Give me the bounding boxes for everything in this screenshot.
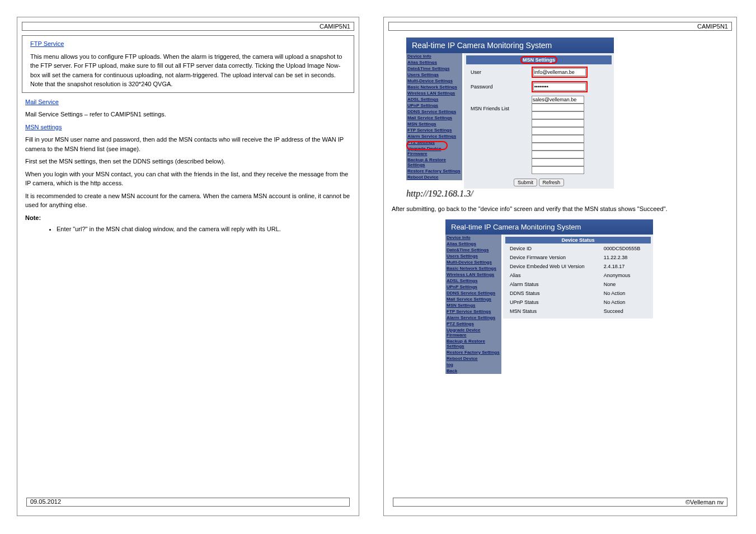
submit-button[interactable]: Submit <box>514 179 537 186</box>
friends-label: MSN Friends List <box>467 95 527 175</box>
note-heading: Note: <box>25 213 351 223</box>
page-footer-left: 09.05.2012 <box>26 498 350 507</box>
status-value: 2.4.18.17 <box>600 263 650 270</box>
sidebar-item[interactable]: Date&Time Settings <box>406 65 462 72</box>
status-label: Alias <box>506 271 599 279</box>
msn-panel: MSN Settings User Password MSN Friends L… <box>464 53 614 189</box>
status-label: UPnP Status <box>506 298 599 306</box>
page-footer-right: ©Velleman nv <box>393 498 727 507</box>
note-bullet: Enter "url?" in the MSN chat dialog wind… <box>57 226 342 232</box>
friend-input-7[interactable] <box>532 143 584 151</box>
msn-text2: First set the MSN settings, then set the… <box>25 157 351 166</box>
sidebar-item[interactable]: Multi-Device Settings <box>445 259 501 265</box>
sidebar-item[interactable]: Alias Settings <box>445 241 501 247</box>
status-value: Succeed <box>600 307 650 315</box>
status-panel: Device Status Device ID000DC5D0555BDevic… <box>503 235 653 318</box>
banner-title: Real-time IP Camera Monitoring System <box>406 38 614 53</box>
sidebar-item[interactable]: Users Settings <box>406 72 462 78</box>
product-code-r: CAMIP5N1 <box>694 22 731 30</box>
sidebar-item[interactable]: Reboot Device <box>445 355 501 362</box>
mail-text: Mail Service Settings – refer to CAMIP5N… <box>25 110 351 119</box>
page-header-right: CAMIP5N1 <box>388 22 732 31</box>
footer-copyright: ©Velleman nv <box>682 498 727 506</box>
sidebar-item[interactable]: Date&Time Settings <box>445 247 501 253</box>
msn-heading: MSN settings <box>25 124 62 130</box>
sidebar-item[interactable]: ADSL Settings <box>406 96 462 102</box>
sidebar-item[interactable]: DDNS Service Settings <box>445 290 501 296</box>
sidebar-item[interactable]: Users Settings <box>445 253 501 259</box>
sidebar-item[interactable]: FTP Service Settings <box>445 308 501 315</box>
sidebar-item[interactable]: PTZ Settings <box>445 321 501 327</box>
msn-text1: Fill in your MSN user name and password,… <box>25 135 351 153</box>
sidebar-item[interactable]: Basic Network Settings <box>445 265 501 271</box>
sidebar-item[interactable]: Device Info <box>406 53 462 59</box>
friend-input-5[interactable] <box>532 127 584 135</box>
sidebar-item[interactable]: Restore Factory Settings <box>406 168 462 174</box>
banner-title-2: Real-time IP Camera Monitoring System <box>445 219 653 235</box>
pass-input[interactable] <box>533 83 586 91</box>
sidebar-item[interactable]: Restore Factory Settings <box>445 349 501 355</box>
product-code: CAMIP5N1 <box>316 22 354 30</box>
ftp-heading: FTP Service <box>30 40 64 47</box>
sidebar-item[interactable]: ADSL Settings <box>445 278 501 284</box>
sidebar-item[interactable]: Basic Network Settings <box>406 84 462 90</box>
status-label: MSN Status <box>506 307 599 315</box>
status-value: No Action <box>600 298 650 306</box>
sidebar-item[interactable]: Mail Service Settings <box>445 296 501 302</box>
sidebar-item[interactable]: Backup & Restore Settings <box>406 157 462 168</box>
status-value: No Action <box>600 289 650 297</box>
left-content: FTP Service This menu allows you to conf… <box>22 35 354 93</box>
friend-input-6[interactable] <box>532 135 584 143</box>
sidebar-item[interactable]: Multi-Device Settings <box>406 78 462 84</box>
user-input[interactable] <box>533 68 586 76</box>
pass-label: Password <box>467 80 527 93</box>
sidebar-item[interactable]: Wireless LAN Settings <box>406 90 462 96</box>
sidebar-item[interactable]: Mail Service Settings <box>406 115 462 121</box>
friend-input-10[interactable] <box>532 166 584 174</box>
user-label: User <box>467 65 527 79</box>
sidebar-item[interactable]: Back <box>445 368 501 374</box>
url-overlay: http://192.168.1.3/ <box>406 189 614 199</box>
page-header-left: CAMIP5N1 <box>22 22 354 31</box>
sidebar-item[interactable]: Backup & Restore Settings <box>445 338 501 349</box>
sidebar-item[interactable]: Upgrade Device Firmware <box>445 327 501 338</box>
status-label: Device Firmware Version <box>506 254 599 261</box>
status-label: Device ID <box>506 245 599 252</box>
sidebar-item[interactable]: UPnP Settings <box>406 102 462 109</box>
sidebar-item[interactable]: Alias Settings <box>406 59 462 65</box>
sidebar-item[interactable]: UPnP Settings <box>445 284 501 290</box>
status-value: 11.22.2.38 <box>600 254 650 261</box>
mail-heading: Mail Service <box>25 99 59 105</box>
ftp-text: This menu allows you to configure FTP up… <box>30 52 346 89</box>
status-value: None <box>600 280 650 288</box>
sidebar-item[interactable]: Wireless LAN Settings <box>445 271 501 278</box>
screenshot-device-status: Real-time IP Camera Monitoring System De… <box>445 219 653 374</box>
panel-title-msn: MSN Settings <box>520 56 557 64</box>
sidebar-item[interactable]: Alarm Service Settings <box>445 315 501 321</box>
sidebar-item[interactable]: DDNS Service Settings <box>406 109 462 115</box>
sidebar-item[interactable]: log <box>445 362 501 368</box>
sidebar-item[interactable]: FTP Service Settings <box>406 127 462 133</box>
friend-input-4[interactable] <box>532 119 584 127</box>
friend-input-9[interactable] <box>532 158 584 166</box>
friend-input-8[interactable] <box>532 151 584 158</box>
sidebar-item[interactable]: MSN Settings <box>445 302 501 308</box>
sidebar-item[interactable]: MSN Settings <box>406 121 462 127</box>
status-label: Device Embeded Web UI Version <box>506 263 599 270</box>
sidebar-item[interactable]: Reboot Device <box>406 174 462 180</box>
screenshot-msn-settings: Real-time IP Camera Monitoring System De… <box>406 38 614 199</box>
sidebar-item[interactable]: Device Info <box>445 235 501 241</box>
sidebar-menu: Device InfoAlias SettingsDate&Time Setti… <box>406 53 462 180</box>
red-highlight-msn-menu <box>406 141 448 150</box>
status-label: DDNS Status <box>506 289 599 297</box>
msn-text4: It is recommended to create a new MSN ac… <box>25 191 351 210</box>
friend-input-2[interactable] <box>532 104 584 111</box>
refresh-button[interactable]: Refresh <box>539 179 565 186</box>
status-label: Alarm Status <box>506 280 599 288</box>
friend-input-3[interactable] <box>532 111 584 119</box>
friend-input-1[interactable] <box>532 96 584 104</box>
sidebar-item[interactable]: Alarm Service Settings <box>406 133 462 139</box>
mid-text: After submitting, go back to the "device… <box>392 204 729 214</box>
msn-text3: When you login with your MSN contact, yo… <box>25 170 351 188</box>
status-value: Anonymous <box>600 271 650 279</box>
